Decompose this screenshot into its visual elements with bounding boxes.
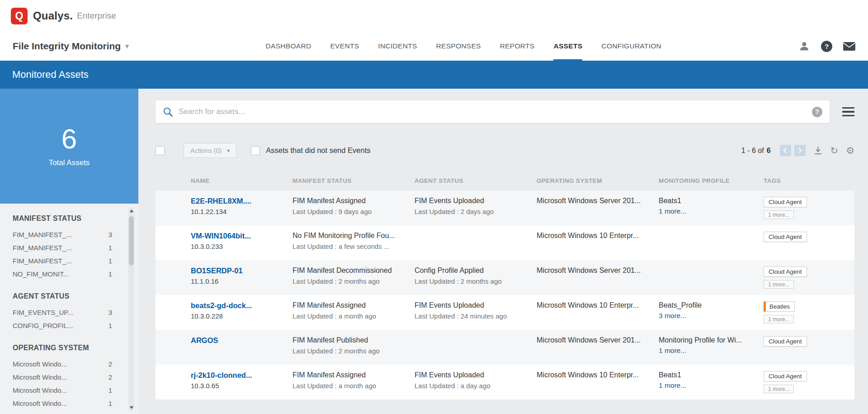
help-icon[interactable]: ?	[821, 41, 832, 52]
app-switcher[interactable]: File Integrity Monitoring ▾	[13, 32, 129, 61]
facet-title: AGENT STATUS	[0, 281, 138, 306]
agent-updated: Last Updated : a day ago	[415, 382, 528, 390]
facet-title: OPERATING SYSTEM	[0, 332, 138, 357]
next-page-button[interactable]	[794, 145, 806, 156]
name-cell: rj-2k10-clonned... 10.3.0.65	[191, 371, 292, 390]
refresh-icon[interactable]: ↻	[830, 146, 839, 155]
asset-name-link[interactable]: VM-WIN1064bit...	[191, 232, 284, 240]
col-monitoring-profile: MONITORING PROFILE	[659, 177, 764, 184]
asset-name-link[interactable]: BO1SERDP-01	[191, 266, 284, 275]
page-title: Monitored Assets	[0, 61, 868, 89]
profile-more-link[interactable]: 1 more...	[659, 207, 755, 215]
scroll-down-icon[interactable]	[130, 406, 133, 409]
table-row: ARGOS FIM Manifest Published Last Update…	[156, 330, 854, 365]
assets-table: NAME MANIFEST STATUS AGENT STATUS OPERAT…	[156, 171, 854, 400]
manifest-updated: Last Updated : a month ago	[292, 382, 406, 390]
search-input[interactable]	[179, 107, 812, 116]
monitoring-profile: Beats_Profile	[659, 301, 755, 309]
asset-name-link[interactable]: ARGOS	[191, 336, 284, 345]
facet-filters: MANIFEST STATUS FIM_MANIFEST_...3 FIM_MA…	[0, 204, 138, 414]
tag-badge: Cloud Agent	[764, 336, 807, 347]
tab-incidents[interactable]: INCIDENTS	[378, 32, 417, 61]
tag-badge: Cloud Agent	[764, 266, 807, 277]
facet-item[interactable]: Microsoft Windo...1	[0, 397, 138, 410]
col-name: NAME	[191, 177, 292, 184]
agent-status: FIM Events Uploaded	[415, 197, 528, 205]
select-all-checkbox[interactable]	[156, 146, 165, 155]
tags-more-badge[interactable]: 1 more...	[764, 385, 794, 393]
operating-system: Microsoft Windows 10 Enterpr...	[537, 232, 659, 240]
name-cell: VM-WIN1064bit... 10.3.0.233	[191, 232, 292, 250]
pagination-total: 6	[767, 147, 771, 155]
asset-name-link[interactable]: rj-2k10-clonned...	[191, 371, 284, 380]
profile-more-link[interactable]: 1 more...	[659, 347, 755, 355]
user-icon[interactable]	[798, 40, 810, 52]
asset-ip: 11.1.0.16	[191, 277, 284, 285]
tags-more-badge[interactable]: 1 more...	[764, 210, 794, 219]
asset-ip: 10.1.22.134	[191, 208, 284, 215]
agent-updated: Last Updated : 24 minutes ago	[415, 312, 528, 320]
brand-name: Qualys.	[33, 10, 73, 22]
settings-icon[interactable]: ⚙	[846, 146, 854, 155]
download-icon[interactable]	[813, 146, 823, 155]
operating-system: Microsoft Windows Server 201...	[537, 266, 659, 275]
tags-more-badge[interactable]: 1 more...	[764, 280, 794, 289]
col-tags: TAGS	[764, 177, 854, 184]
tab-configuration[interactable]: CONFIGURATION	[601, 32, 661, 61]
tags-more-badge[interactable]: 1 more...	[764, 315, 794, 324]
tab-dashboard[interactable]: DASHBOARD	[266, 32, 311, 61]
scroll-up-icon[interactable]	[130, 209, 133, 212]
brand-bar: Q Qualys. Enterprise	[0, 0, 868, 32]
name-cell: ARGOS	[191, 336, 292, 345]
pagination-range: 1 - 6 of	[741, 147, 764, 155]
list-toolbar: Actions (0) ▾ Assets that did not send E…	[156, 143, 854, 158]
facet-item[interactable]: Microsoft Windo...2	[0, 357, 138, 371]
agent-updated: Last Updated : 2 months ago	[415, 277, 528, 285]
facet-item[interactable]: NO_FIM_MONIT...1	[0, 267, 138, 281]
manifest-status: FIM Manifest Assigned	[292, 371, 406, 379]
facet-operating-system: OPERATING SYSTEM Microsoft Windo...2 Mic…	[0, 332, 138, 410]
manifest-updated: Last Updated : 9 days ago	[292, 208, 406, 215]
total-assets-label: Total Assets	[49, 158, 90, 167]
tab-responses[interactable]: RESPONSES	[436, 32, 481, 61]
asset-name-link[interactable]: beats2-gd-dock...	[191, 301, 284, 310]
manifest-status: FIM Manifest Decommissioned	[292, 266, 406, 275]
operating-system: Microsoft Windows 10 Enterpr...	[537, 301, 659, 309]
profile-more-link[interactable]: 3 more...	[659, 312, 755, 320]
name-cell: E2E-RHEL8XM.... 10.1.22.134	[191, 197, 292, 215]
mail-icon[interactable]	[843, 42, 855, 51]
menu-icon[interactable]	[842, 107, 854, 117]
no-events-filter-checkbox[interactable]	[251, 146, 260, 155]
facet-item[interactable]: FIM_MANIFEST_...1	[0, 241, 138, 254]
tab-events[interactable]: EVENTS	[330, 32, 359, 61]
facet-item[interactable]: Microsoft Windo...1	[0, 384, 138, 397]
manifest-status: FIM Manifest Assigned	[292, 301, 406, 309]
sidebar-scrollbar[interactable]	[128, 207, 134, 411]
name-cell: BO1SERDP-01 11.1.0.16	[191, 266, 292, 285]
name-cell: beats2-gd-dock... 10.3.0.228	[191, 301, 292, 320]
facet-item[interactable]: Microsoft Windo...2	[0, 371, 138, 384]
tab-reports[interactable]: REPORTS	[500, 32, 535, 61]
app-title-label: File Integrity Monitoring	[13, 41, 121, 52]
profile-more-link[interactable]: 1 more...	[659, 381, 755, 390]
table-header: NAME MANIFEST STATUS AGENT STATUS OPERAT…	[156, 171, 854, 190]
facet-item[interactable]: FIM_MANIFEST_...3	[0, 228, 138, 241]
prev-page-button[interactable]	[780, 145, 791, 156]
monitoring-profile: Beats1	[659, 371, 755, 379]
tab-assets[interactable]: ASSETS	[553, 32, 582, 61]
scrollbar-thumb[interactable]	[129, 216, 134, 265]
facet-item[interactable]: FIM_EVENTS_UP...3	[0, 306, 138, 319]
navbar: File Integrity Monitoring ▾ DASHBOARD EV…	[0, 32, 868, 61]
facet-item[interactable]: FIM_MANIFEST_...1	[0, 254, 138, 267]
search-help-icon[interactable]: ?	[812, 107, 822, 117]
nav-utility-icons: ?	[798, 32, 855, 61]
asset-name-link[interactable]: E2E-RHEL8XM....	[191, 197, 284, 205]
actions-button[interactable]: Actions (0) ▾	[184, 143, 236, 158]
asset-ip: 10.3.0.65	[191, 382, 284, 390]
sidebar: 6 Total Assets MANIFEST STATUS FIM_MANIF…	[0, 89, 138, 414]
facet-item[interactable]: CONFIG_PROFIL...1	[0, 319, 138, 332]
operating-system: Microsoft Windows Server 201...	[537, 336, 659, 344]
manifest-status: FIM Manifest Published	[292, 336, 406, 344]
search-bar: ?	[156, 100, 830, 123]
monitoring-profile: Beats1	[659, 197, 755, 205]
